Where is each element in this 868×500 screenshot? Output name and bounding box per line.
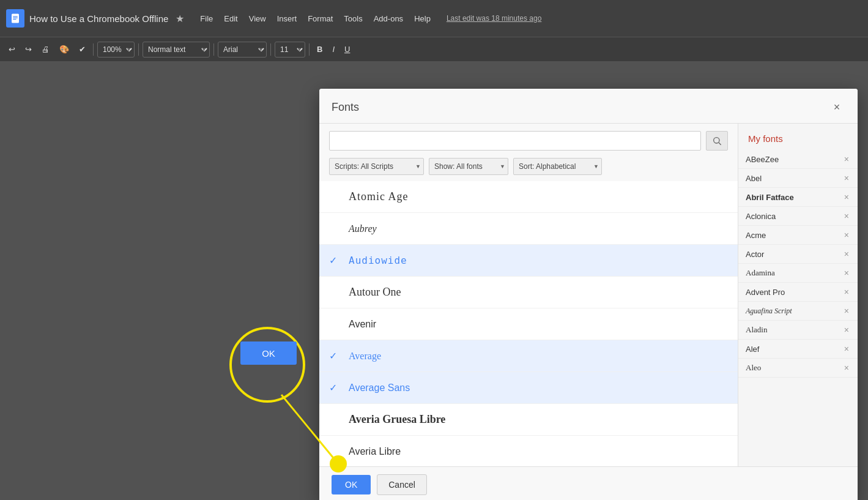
check-autour-one: [329, 287, 341, 298]
my-font-acme[interactable]: Acme ×: [738, 226, 858, 245]
font-search-button[interactable]: [706, 131, 728, 151]
my-font-aladin[interactable]: Aladin ×: [738, 321, 858, 340]
formatting-toolbar: ↩ ↪ 🖨 🎨 ✔ 100% Normal text Arial 11 B I …: [0, 37, 868, 61]
font-item-averia[interactable]: Averia Gruesa Libre: [319, 404, 738, 436]
font-list-scroll[interactable]: Atomic Age Aubrey ✓ Audiowide Autour One: [319, 181, 738, 466]
my-font-name-abril: Abril Fatface: [746, 193, 794, 202]
font-item-average[interactable]: ✓ Average: [319, 340, 738, 372]
check-averia: [329, 414, 341, 425]
font-name-average-sans: Average Sans: [349, 382, 410, 394]
my-font-abeezee[interactable]: ABeeZee ×: [738, 150, 858, 169]
menu-tools[interactable]: Tools: [339, 12, 367, 26]
check-average-sans: ✓: [329, 382, 341, 394]
remove-advent-button[interactable]: ×: [843, 287, 850, 297]
svg-point-4: [714, 138, 719, 143]
my-font-name-aqua: Aguafina Script: [746, 307, 792, 316]
dialog-header: Fonts ×: [319, 89, 858, 124]
redo-button[interactable]: ↪: [21, 43, 35, 56]
my-font-name-actor: Actor: [746, 250, 764, 259]
divider-3: [213, 43, 214, 56]
remove-abeezee-button[interactable]: ×: [843, 154, 850, 164]
menu-format[interactable]: Format: [303, 12, 338, 26]
font-name-atomic-age: Atomic Age: [349, 190, 409, 203]
font-item-avenir[interactable]: Avenir: [319, 308, 738, 340]
my-font-name-adamina: Adamina: [746, 268, 775, 278]
my-font-name-abel: Abel: [746, 174, 762, 183]
check-avenir: [329, 319, 341, 330]
remove-actor-button[interactable]: ×: [843, 249, 850, 259]
font-name-aubrey: Aubrey: [349, 223, 377, 234]
my-font-adamina[interactable]: Adamina ×: [738, 264, 858, 283]
my-font-advent[interactable]: Advent Pro ×: [738, 283, 858, 302]
menu-help[interactable]: Help: [409, 12, 436, 26]
menu-view[interactable]: View: [244, 12, 271, 26]
remove-adamina-button[interactable]: ×: [843, 268, 850, 278]
my-font-name-acme: Acme: [746, 231, 766, 240]
font-name-averia: Averia Gruesa Libre: [349, 413, 445, 426]
my-font-abril[interactable]: Abril Fatface ×: [738, 188, 858, 207]
remove-aleo-button[interactable]: ×: [843, 363, 850, 373]
print-button[interactable]: 🖨: [38, 43, 53, 56]
font-item-audiowide[interactable]: ✓ Audiowide: [319, 245, 738, 277]
menu-edit[interactable]: Edit: [219, 12, 242, 26]
svg-line-5: [719, 143, 721, 145]
zoom-select[interactable]: 100%: [97, 42, 135, 58]
divider-2: [138, 43, 139, 56]
bold-button[interactable]: B: [313, 43, 326, 56]
sort-filter[interactable]: Sort: Alphabetical: [513, 158, 602, 175]
check-atomic-age: [329, 192, 341, 203]
undo-button[interactable]: ↩: [5, 43, 19, 56]
remove-aclonica-button[interactable]: ×: [843, 211, 850, 221]
underline-button[interactable]: U: [341, 43, 354, 56]
my-fonts-list[interactable]: ABeeZee × Abel × Abril Fatface × Aclonic…: [738, 150, 858, 466]
doc-title: How to Use a Chromebook Offline: [29, 13, 168, 24]
dialog-footer: OK Cancel: [319, 466, 858, 500]
scripts-filter[interactable]: Scripts: All Scripts: [329, 158, 424, 175]
font-name-autour-one: Autour One: [349, 286, 401, 299]
remove-aqua-button[interactable]: ×: [843, 306, 850, 316]
divider-5: [309, 43, 310, 56]
font-item-average-sans[interactable]: ✓ Average Sans: [319, 372, 738, 404]
dialog-close-button[interactable]: ×: [828, 99, 845, 116]
menu-insert[interactable]: Insert: [272, 12, 302, 26]
topbar: How to Use a Chromebook Offline ★ File E…: [0, 0, 868, 37]
cancel-button[interactable]: Cancel: [377, 474, 427, 495]
docs-logo: [6, 9, 24, 28]
my-font-actor[interactable]: Actor ×: [738, 245, 858, 264]
spellcheck-button[interactable]: ✔: [75, 43, 89, 56]
paint-button[interactable]: 🎨: [56, 43, 73, 56]
style-select[interactable]: Normal text: [143, 42, 210, 58]
edit-timestamp: Last edit was 18 minutes ago: [447, 14, 541, 23]
check-average: ✓: [329, 350, 341, 362]
dialog-title: Fonts: [332, 101, 359, 114]
italic-button[interactable]: I: [328, 43, 338, 56]
font-select[interactable]: Arial: [218, 42, 267, 58]
ok-button[interactable]: OK: [332, 475, 371, 494]
my-font-aqua[interactable]: Aguafina Script ×: [738, 302, 858, 321]
my-font-abel[interactable]: Abel ×: [738, 169, 858, 188]
size-select[interactable]: 11: [275, 42, 305, 58]
svg-rect-0: [12, 14, 19, 23]
font-name-avenir: Avenir: [349, 319, 376, 330]
font-item-atomic-age[interactable]: Atomic Age: [319, 181, 738, 213]
show-filter[interactable]: Show: All fonts: [429, 158, 508, 175]
my-font-aleo[interactable]: Aleo ×: [738, 359, 858, 378]
remove-aladin-button[interactable]: ×: [843, 325, 850, 335]
star-icon[interactable]: ★: [176, 13, 184, 24]
my-font-name-advent: Advent Pro: [746, 288, 785, 297]
font-item-autour-one[interactable]: Autour One: [319, 277, 738, 308]
my-fonts-panel: My fonts ABeeZee × Abel × Abril Fatface …: [738, 124, 858, 466]
font-item-extra1[interactable]: Averia Libre: [319, 436, 738, 466]
remove-alef-button[interactable]: ×: [843, 344, 850, 354]
remove-abril-button[interactable]: ×: [843, 192, 850, 202]
font-search-input[interactable]: [329, 131, 701, 151]
my-font-aclonica[interactable]: Aclonica ×: [738, 207, 858, 226]
remove-abel-button[interactable]: ×: [843, 173, 850, 183]
divider-4: [270, 43, 271, 56]
menu-file[interactable]: File: [195, 12, 218, 26]
my-font-name-aclonica: Aclonica: [746, 212, 776, 221]
font-item-aubrey[interactable]: Aubrey: [319, 213, 738, 245]
menu-addons[interactable]: Add-ons: [369, 12, 408, 26]
remove-acme-button[interactable]: ×: [843, 230, 850, 240]
my-font-alef[interactable]: Alef ×: [738, 340, 858, 359]
